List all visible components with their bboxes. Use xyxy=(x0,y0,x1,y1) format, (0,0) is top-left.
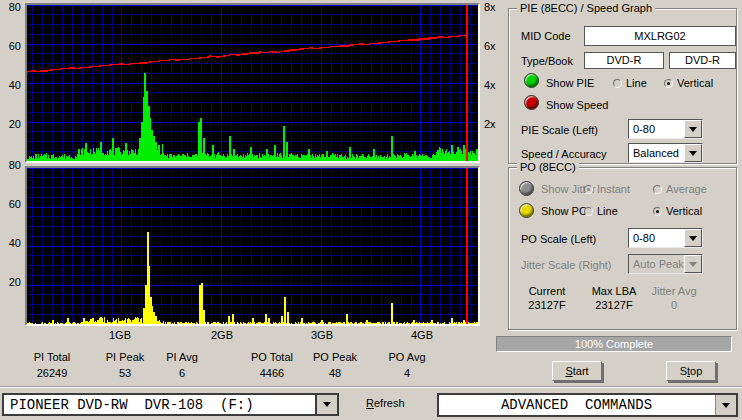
jitter-average-radio-label: Average xyxy=(666,183,707,195)
show-speed-label: Show Speed xyxy=(546,99,608,111)
mid-code-label: MID Code xyxy=(521,30,571,42)
mid-code-field: MXLRG02 xyxy=(584,26,736,46)
dropdown-arrow-icon[interactable] xyxy=(315,395,337,414)
stat-pi-avg: PI Avg6 xyxy=(137,351,227,379)
po-scale-select[interactable]: 0-80 xyxy=(628,228,703,248)
x-axis-label: 3GB xyxy=(311,329,333,341)
po-line-radio-label[interactable]: Line xyxy=(597,205,618,217)
pie-scale-label: PIE Scale (Left) xyxy=(521,124,598,136)
po-group: PO (8ECC) Show Jitter Instant Average Sh… xyxy=(508,167,737,330)
po-line-radio[interactable] xyxy=(584,207,593,216)
speed-axis-tick: 2x xyxy=(484,118,508,130)
show-pie-label: Show PIE xyxy=(546,77,594,89)
dropdown-arrow-icon[interactable] xyxy=(684,120,702,138)
advanced-commands-select[interactable]: ADVANCED COMMANDS xyxy=(437,393,738,417)
x-axis-label: 2GB xyxy=(211,329,233,341)
speed-axis-tick: 8x xyxy=(484,1,508,13)
jitter-scale-select: Auto Peak xyxy=(628,254,703,274)
pie-axis-tick: 20 xyxy=(0,118,21,130)
speed-axis-tick: 6x xyxy=(484,40,508,52)
po-graph xyxy=(25,166,480,326)
start-button[interactable]: Start xyxy=(552,361,602,381)
speed-accuracy-select[interactable]: Balanced xyxy=(628,143,703,163)
pie-line-radio-label[interactable]: Line xyxy=(626,77,647,89)
show-speed-led[interactable] xyxy=(524,95,539,110)
dropdown-arrow-icon[interactable] xyxy=(684,229,702,247)
pie-line-radio[interactable] xyxy=(613,79,622,88)
show-pie-led[interactable] xyxy=(524,73,539,88)
pie-axis-tick: 40 xyxy=(0,79,21,91)
po-scale-label: PO Scale (Left) xyxy=(521,233,596,245)
stat-po-avg: PO Avg4 xyxy=(362,351,452,379)
speed-accuracy-label: Speed / Accuracy xyxy=(521,148,607,160)
po-axis-tick: 40 xyxy=(0,237,21,249)
jitter-instant-radio-label: Instant xyxy=(597,183,630,195)
type-field: DVD-R xyxy=(584,52,664,69)
po-axis-tick: 80 xyxy=(0,159,21,171)
jitter-avg-header: Jitter Avg xyxy=(634,285,714,297)
dropdown-arrow-icon[interactable] xyxy=(684,144,702,162)
type-book-label: Type/Book xyxy=(521,55,573,67)
stop-button[interactable]: Stop xyxy=(666,361,716,381)
show-po-led[interactable] xyxy=(519,203,534,218)
pie-vertical-radio-label[interactable]: Vertical xyxy=(677,77,713,89)
po-vertical-radio[interactable] xyxy=(653,207,662,216)
jitter-scale-label: Jitter Scale (Right) xyxy=(521,259,611,271)
show-jitter-led xyxy=(519,181,534,196)
speed-axis-tick: 4x xyxy=(484,79,508,91)
book-field: DVD-R xyxy=(669,52,736,69)
jitter-avg-value: 0 xyxy=(634,299,714,311)
progress-bar: 100% Complete xyxy=(496,336,732,352)
x-axis-label: 4GB xyxy=(411,329,433,341)
pie-speed-graph xyxy=(25,3,480,163)
pie-axis-tick: 80 xyxy=(0,1,21,13)
po-axis-tick: 60 xyxy=(0,198,21,210)
pie-speed-group: PIE (8ECC) / Speed Graph MID Code MXLRG0… xyxy=(508,8,737,164)
jitter-instant-radio xyxy=(584,185,593,194)
disc-quality-scan-window: 80 60 40 20 8x 6x 4x 2x 80 60 40 20 1GB … xyxy=(0,0,742,420)
po-axis-tick: 20 xyxy=(0,276,21,288)
separator xyxy=(0,386,742,388)
po-group-title: PO (8ECC) xyxy=(517,161,579,173)
pie-scale-select[interactable]: 0-80 xyxy=(628,119,703,139)
dropdown-arrow-icon[interactable] xyxy=(715,395,736,415)
drive-select[interactable]: PIONEER DVD-RW DVR-108 (F:) xyxy=(2,393,339,416)
x-axis-label: 1GB xyxy=(109,329,131,341)
po-vertical-radio-label[interactable]: Vertical xyxy=(666,205,702,217)
show-po-label: Show PO xyxy=(541,205,587,217)
refresh-button[interactable]: Refresh xyxy=(366,397,405,409)
pie-group-title: PIE (8ECC) / Speed Graph xyxy=(517,2,655,14)
pie-vertical-radio[interactable] xyxy=(664,79,673,88)
jitter-average-radio xyxy=(653,185,662,194)
pie-axis-tick: 60 xyxy=(0,40,21,52)
dropdown-arrow-icon xyxy=(684,255,702,273)
